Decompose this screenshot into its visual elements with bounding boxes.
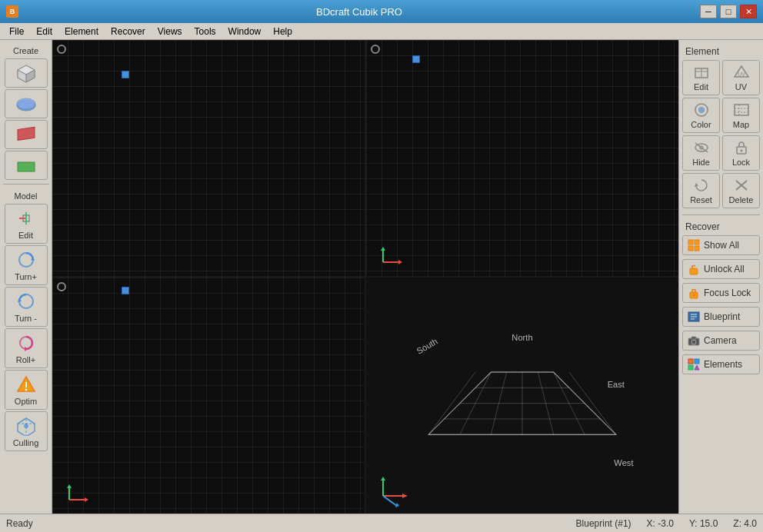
camera-icon-bl xyxy=(57,282,66,291)
menu-edit[interactable]: Edit xyxy=(30,25,58,38)
show-all-icon xyxy=(688,239,700,251)
svg-point-22 xyxy=(24,424,28,428)
right-divider xyxy=(682,214,760,215)
menu-views[interactable]: Views xyxy=(152,25,188,38)
status-bar: Ready Blueprint (#1) X: -3.0 Y: 15.0 Z: … xyxy=(0,514,763,532)
menu-bar: File Edit Element Recover Views Tools Wi… xyxy=(0,23,763,40)
svg-rect-75 xyxy=(688,246,693,251)
svg-point-5 xyxy=(17,98,35,109)
viewports-area: North West South East xyxy=(52,40,678,514)
svg-marker-12 xyxy=(31,257,35,261)
right-btn-map[interactable]: Map xyxy=(722,98,760,133)
turn-minus-label: Turn - xyxy=(15,314,37,323)
recover-btn-unlock-all[interactable]: Unlock All xyxy=(682,259,760,279)
svg-marker-51 xyxy=(381,477,385,480)
svg-marker-14 xyxy=(18,298,22,302)
right-btn-edit[interactable]: Edit xyxy=(682,60,720,95)
svg-rect-73 xyxy=(688,240,693,244)
sidebar-btn-optim[interactable]: Optim xyxy=(5,370,48,410)
unlock-all-icon xyxy=(688,263,700,275)
right-hide-label: Hide xyxy=(692,158,710,167)
recover-btn-show-all[interactable]: Show All xyxy=(682,235,760,255)
svg-marker-90 xyxy=(695,365,699,370)
svg-rect-74 xyxy=(695,240,699,244)
sidebar-btn-roll-plus[interactable]: Roll+ xyxy=(5,328,48,368)
viewport-bottom-right[interactable]: North West South East xyxy=(366,278,678,514)
svg-rect-61 xyxy=(735,105,748,115)
svg-point-69 xyxy=(740,150,742,152)
sidebar-btn-plane-red[interactable] xyxy=(5,120,48,149)
sidebar-btn-turn-minus[interactable]: Turn - xyxy=(5,287,48,327)
right-btn-uv[interactable]: UV UV xyxy=(722,60,760,95)
turn-minus-icon xyxy=(15,291,38,312)
y-coord: Y: 15.0 xyxy=(689,518,718,529)
right-reset-label: Reset xyxy=(690,195,712,204)
menu-tools[interactable]: Tools xyxy=(188,25,222,38)
svg-point-60 xyxy=(698,107,705,113)
svg-rect-86 xyxy=(691,337,696,339)
recover-btn-elements[interactable]: Elements xyxy=(682,354,760,374)
recover-btn-camera[interactable]: Camera xyxy=(682,331,760,351)
title-bar-left: B xyxy=(6,5,18,18)
minimize-button[interactable]: ─ xyxy=(700,5,717,18)
axis-indicator-tr xyxy=(375,247,406,270)
culling-icon xyxy=(15,415,38,437)
close-button[interactable]: ✕ xyxy=(740,5,757,18)
svg-rect-6 xyxy=(18,127,35,140)
left-sidebar: Create xyxy=(0,40,52,514)
right-delete-label: Delete xyxy=(729,195,754,204)
sidebar-btn-plane-green[interactable] xyxy=(5,151,48,180)
camera-icon-tr xyxy=(371,45,380,54)
svg-marker-16 xyxy=(25,347,28,351)
sidebar-btn-cube[interactable] xyxy=(5,58,48,88)
svg-point-79 xyxy=(693,294,695,297)
right-hide-icon xyxy=(692,139,711,156)
sidebar-btn-plane-blue[interactable] xyxy=(5,89,48,118)
viewport-top-left[interactable] xyxy=(52,40,365,276)
menu-file[interactable]: File xyxy=(3,25,30,38)
maximize-button[interactable]: □ xyxy=(720,5,737,18)
right-btn-delete[interactable]: Delete xyxy=(722,173,760,208)
sidebar-btn-culling[interactable]: Culling xyxy=(5,411,48,451)
sidebar-btn-turn-plus[interactable]: Turn+ xyxy=(5,245,48,285)
main-container: Create xyxy=(0,40,763,514)
svg-marker-30 xyxy=(67,484,72,488)
svg-text:UV: UV xyxy=(738,71,745,77)
menu-element[interactable]: Element xyxy=(58,25,105,38)
create-label: Create xyxy=(0,46,52,55)
turn-plus-icon xyxy=(15,249,38,271)
focus-lock-icon xyxy=(688,287,700,299)
optim-icon xyxy=(15,374,38,395)
camera-circle-bl xyxy=(57,282,66,291)
svg-text:North: North xyxy=(511,333,532,342)
viewport-bottom-left[interactable] xyxy=(52,278,365,514)
window-title: BDcraft Cubik PRO xyxy=(18,6,700,18)
recover-btn-blueprint[interactable]: Blueprint xyxy=(682,307,760,327)
right-delete-icon xyxy=(732,177,751,194)
cube-icon xyxy=(15,62,38,84)
right-btn-lock[interactable]: Lock xyxy=(722,135,760,171)
title-bar: B BDcraft Cubik PRO ─ □ ✕ xyxy=(0,0,763,23)
viewport-top-right[interactable] xyxy=(366,40,678,276)
right-btn-reset[interactable]: Reset xyxy=(682,173,720,208)
camera-circle-tr xyxy=(371,45,380,54)
right-reset-icon xyxy=(692,177,711,194)
recover-btn-focus-lock[interactable]: Focus Lock xyxy=(682,283,760,303)
right-btn-color[interactable]: Color xyxy=(682,98,720,133)
edit-label: Edit xyxy=(18,231,33,240)
show-all-label: Show All xyxy=(704,240,739,251)
status-right: Blueprint (#1) X: -3.0 Y: 15.0 Z: 4.0 xyxy=(576,518,757,529)
right-btn-hide[interactable]: Hide xyxy=(682,135,720,171)
menu-recover[interactable]: Recover xyxy=(105,25,152,38)
menu-help[interactable]: Help xyxy=(267,25,298,38)
svg-line-52 xyxy=(383,496,397,506)
right-map-label: Map xyxy=(733,120,749,129)
svg-marker-24 xyxy=(398,260,402,264)
viewport-grid-bl xyxy=(52,278,365,514)
menu-window[interactable]: Window xyxy=(222,25,268,38)
svg-rect-77 xyxy=(690,268,698,274)
svg-marker-28 xyxy=(85,497,88,502)
plane-blue-icon xyxy=(15,93,38,115)
svg-point-19 xyxy=(25,389,27,391)
sidebar-btn-edit[interactable]: Edit xyxy=(5,204,48,244)
